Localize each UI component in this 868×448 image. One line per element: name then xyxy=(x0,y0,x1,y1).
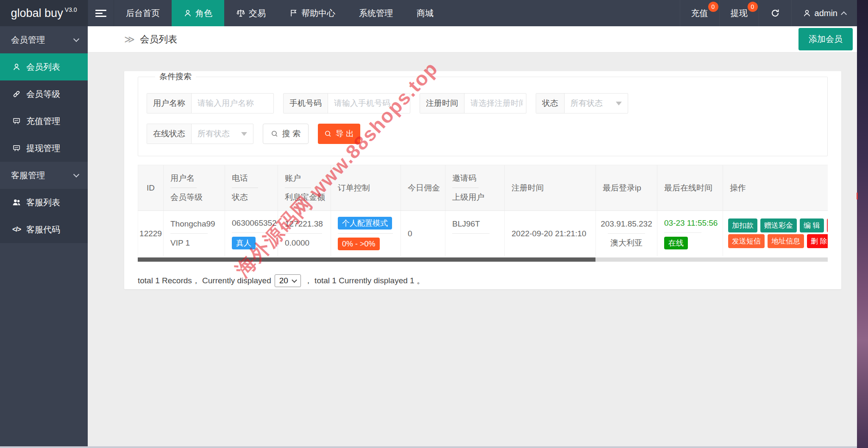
cell-phone-status: 0630065352 真人 xyxy=(225,211,278,257)
topbar-right: 充值 0 提现 0 admin xyxy=(680,0,857,26)
status-field: 状态 所有状态 xyxy=(536,93,628,113)
divider xyxy=(664,232,701,233)
withdraw-label: 提现 xyxy=(731,8,748,19)
nav-label: 系统管理 xyxy=(359,8,393,19)
sidebar-item-withdraw-management[interactable]: 提现管理 xyxy=(0,135,88,162)
send-sms-button[interactable]: 发送短信 xyxy=(728,234,765,248)
last-online-time: 03-23 11:55:56 xyxy=(664,218,723,229)
divider xyxy=(285,188,311,188)
ban-button[interactable]: 禁用 xyxy=(827,218,828,232)
export-button-label: 导 出 xyxy=(336,128,354,139)
cell-last-online: 03-23 11:55:56 在线 xyxy=(657,211,723,257)
flag-icon xyxy=(289,9,298,17)
username-input[interactable] xyxy=(192,94,276,113)
col-header-last-online: 最后在线时间 xyxy=(657,165,723,211)
recharge-count-badge: 0 xyxy=(708,2,718,12)
page-size-select[interactable]: 20 xyxy=(275,274,301,287)
sidebar-item-service-code[interactable]: </> 客服代码 xyxy=(0,216,88,243)
scrollbar-thumb[interactable] xyxy=(138,257,595,262)
nav-item-roles[interactable]: 角色 xyxy=(172,0,224,26)
username-value: Thongcha99 xyxy=(170,218,225,230)
sidebar-item-label: 会员等级 xyxy=(26,88,60,100)
table-header-row: ID 用户名 会员等级 电话 状态 xyxy=(138,165,828,211)
edit-button[interactable]: 编 辑 xyxy=(800,218,824,232)
group-label: 客服管理 xyxy=(11,170,45,181)
nav-item-system[interactable]: 系统管理 xyxy=(347,0,405,26)
sidebar-item-recharge-management[interactable]: 充值管理 xyxy=(0,108,88,135)
register-time-input[interactable] xyxy=(465,94,529,113)
member-table: ID 用户名 会员等级 电话 状态 xyxy=(138,165,828,256)
address-info-button[interactable]: 地址信息 xyxy=(768,234,804,248)
add-deduct-button[interactable]: 加扣款 xyxy=(728,218,757,232)
desktop-wallpaper-strip xyxy=(857,0,868,448)
sidebar-item-label: 客服列表 xyxy=(26,197,60,208)
recharge-menu-item[interactable]: 充值 0 xyxy=(680,0,719,26)
code-icon: </> xyxy=(10,226,23,233)
refresh-button[interactable] xyxy=(759,0,791,26)
search-icon xyxy=(324,130,332,138)
cell-actions: 加扣款 赠送彩金 编 辑 禁用 发送短信 地址信息 删 除 xyxy=(723,211,828,257)
cell-account: 127221.38 0.0000 xyxy=(278,211,331,257)
browser-bottom-scrollbar[interactable] xyxy=(0,446,857,448)
ip-value: 203.91.85.232 xyxy=(596,218,657,230)
sidebar-item-service-list[interactable]: 客服列表 xyxy=(0,189,88,216)
filter-row-1: 用户名称 手机号码 注册时间 状态 所有状态 xyxy=(147,93,819,113)
logo-text: global buy xyxy=(11,7,63,20)
billboard-icon xyxy=(10,117,23,125)
cell-invite: BLJ96T xyxy=(445,211,505,257)
region-value: 澳大利亚 xyxy=(596,238,657,249)
col-header-id: ID xyxy=(138,165,164,211)
nav-item-trade[interactable]: 交易 xyxy=(224,0,278,26)
withdraw-count-badge: 0 xyxy=(748,2,758,12)
gift-bonus-button[interactable]: 赠送彩金 xyxy=(760,218,797,232)
users-icon xyxy=(10,198,23,207)
phone-field: 手机号码 xyxy=(283,93,410,113)
nav-item-mall[interactable]: 商城 xyxy=(405,0,445,26)
online-status-select[interactable]: 所有状态 xyxy=(192,124,253,144)
nav-label: 后台首页 xyxy=(126,8,160,19)
col-header-order-control: 订单控制 xyxy=(331,165,401,211)
wallpaper-detail xyxy=(857,193,858,199)
sidebar-item-member-level[interactable]: 会员等级 xyxy=(0,80,88,108)
breadcrumb-bar: ≫ 会员列表 添加会员 xyxy=(88,26,857,53)
horizontal-scrollbar[interactable] xyxy=(138,257,828,262)
divider xyxy=(232,188,258,188)
export-button[interactable]: 导 出 xyxy=(318,124,360,144)
main-content: ≫ 会员列表 添加会员 条件搜索 用户名称 手机号码 注册时间 xyxy=(88,26,857,446)
scales-icon xyxy=(236,8,245,18)
phone-input[interactable] xyxy=(328,94,413,113)
link-icon xyxy=(10,90,23,98)
sidebar-group-service-management[interactable]: 客服管理 xyxy=(0,162,88,189)
page-title: 会员列表 xyxy=(140,33,177,46)
pagination: total 1 Records， Currently displayed 20 … xyxy=(138,274,828,287)
balance-value: 127221.38 xyxy=(285,218,331,230)
chevron-down-icon xyxy=(73,36,79,42)
search-button[interactable]: 搜 索 xyxy=(263,124,309,144)
withdraw-menu-item[interactable]: 提现 0 xyxy=(719,0,759,26)
user-menu[interactable]: admin xyxy=(791,0,857,26)
level-value: VIP 1 xyxy=(170,238,225,249)
real-user-badge: 真人 xyxy=(232,237,256,249)
add-member-button[interactable]: 添加会员 xyxy=(798,28,853,50)
cell-id: 12229 xyxy=(138,211,164,257)
recharge-label: 充值 xyxy=(691,8,708,19)
register-time-field: 注册时间 xyxy=(420,93,526,113)
sidebar-group-member-management[interactable]: 会员管理 xyxy=(0,26,88,53)
sidebar-toggle-button[interactable] xyxy=(88,0,114,26)
personal-config-mode-badge[interactable]: 个人配置模式 xyxy=(338,217,392,230)
col-header-invite: 邀请码 上级用户 xyxy=(445,165,505,211)
delete-button[interactable]: 删 除 xyxy=(807,234,828,248)
status-select[interactable]: 所有状态 xyxy=(565,94,628,113)
nav-label: 商城 xyxy=(417,8,434,19)
order-range-badge[interactable]: 0% - >0% xyxy=(338,238,380,250)
caret-down-icon xyxy=(241,132,247,136)
invite-code-value: BLJ96T xyxy=(452,218,504,230)
cell-register-time: 2022-09-20 21:21:10 xyxy=(505,211,596,257)
online-status-select-value: 所有状态 xyxy=(198,128,230,139)
nav-item-help-center[interactable]: 帮助中心 xyxy=(278,0,347,26)
col-header-register-time: 注册时间 xyxy=(505,165,596,211)
username: admin xyxy=(815,8,837,18)
nav-item-dashboard[interactable]: 后台首页 xyxy=(114,0,172,26)
sidebar-item-member-list[interactable]: 会员列表 xyxy=(0,53,88,80)
sidebar-item-label: 会员列表 xyxy=(26,61,60,73)
